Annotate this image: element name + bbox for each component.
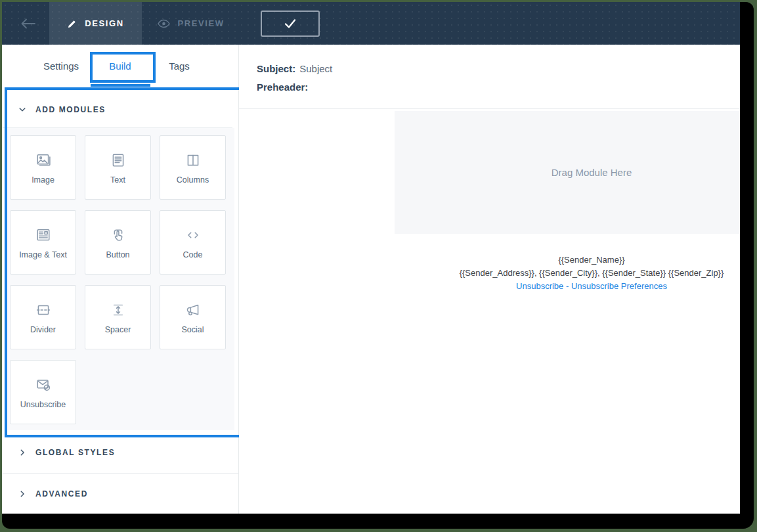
- unsubscribe-icon: [33, 376, 53, 394]
- unsubscribe-link[interactable]: Unsubscribe: [516, 281, 563, 291]
- topbar: DESIGN PREVIEW: [2, 2, 740, 45]
- sidebar-tab-settings[interactable]: Settings: [43, 60, 79, 72]
- email-footer: {{Sender_Name}} {{Sender_Address}}, {{Se…: [395, 254, 740, 293]
- module-card-image[interactable]: Image: [10, 135, 76, 200]
- section-add-modules[interactable]: ADD MODULES: [2, 92, 232, 128]
- sidebar-tab-build[interactable]: Build: [109, 60, 131, 72]
- active-tab-underline: [91, 84, 150, 87]
- module-label: Text: [110, 175, 125, 185]
- module-card-columns[interactable]: Columns: [160, 135, 226, 200]
- image-text-icon: [33, 226, 53, 244]
- module-card-spacer[interactable]: Spacer: [85, 285, 151, 349]
- social-icon: [183, 301, 203, 319]
- module-card-unsubscribe[interactable]: Unsubscribe: [10, 360, 76, 424]
- module-label: Image: [32, 175, 54, 185]
- drag-module-placeholder: Drag Module Here: [552, 167, 632, 178]
- spacer-icon: [109, 301, 127, 319]
- module-card-social[interactable]: Social: [160, 285, 226, 349]
- drag-module-dropzone[interactable]: Drag Module Here: [395, 111, 740, 234]
- module-label: Unsubscribe: [20, 400, 66, 409]
- eye-icon: [158, 19, 170, 28]
- check-icon: [283, 18, 297, 30]
- sidebar: Settings Build Tags ADD MODULES Image: [2, 45, 239, 514]
- module-card-code[interactable]: Code: [160, 210, 226, 275]
- subject-value: Subject: [299, 63, 332, 74]
- tab-preview[interactable]: PREVIEW: [142, 2, 240, 45]
- module-card-image-text[interactable]: Image & Text: [10, 210, 76, 275]
- arrow-left-icon: [20, 17, 37, 30]
- module-label: Social: [181, 325, 204, 334]
- sender-name: {{Sender_Name}}: [395, 254, 740, 267]
- app-window: DESIGN PREVIEW Settings Build Tags ADD: [2, 2, 740, 514]
- text-icon: [109, 151, 127, 169]
- header-divider: [239, 108, 740, 109]
- email-editor-canvas: Subject:Subject Preheader: Drag Module H…: [239, 45, 740, 514]
- module-card-text[interactable]: Text: [85, 135, 151, 200]
- columns-icon: [184, 151, 202, 169]
- module-card-button[interactable]: Button: [85, 210, 151, 275]
- section-add-modules-label: ADD MODULES: [35, 105, 106, 114]
- subject-label: Subject:: [257, 63, 295, 74]
- chevron-right-icon: [18, 489, 27, 499]
- confirm-button[interactable]: [261, 11, 320, 37]
- tab-design[interactable]: DESIGN: [49, 2, 142, 45]
- section-global-styles-label: GLOBAL STYLES: [35, 448, 115, 457]
- unsubscribe-preferences-link[interactable]: Unsubscribe Preferences: [571, 281, 667, 291]
- module-label: Image & Text: [19, 250, 67, 259]
- chevron-right-icon: [18, 448, 27, 457]
- module-label: Spacer: [105, 325, 131, 334]
- footer-links: Unsubscribe - Unsubscribe Preferences: [395, 280, 740, 293]
- section-advanced[interactable]: ADVANCED: [2, 474, 238, 514]
- link-separator: -: [566, 281, 569, 291]
- module-label: Divider: [30, 325, 56, 334]
- section-global-styles[interactable]: GLOBAL STYLES: [2, 432, 238, 474]
- module-card-divider[interactable]: Divider: [10, 285, 76, 349]
- module-label: Code: [183, 250, 203, 259]
- button-icon: [109, 226, 127, 244]
- preheader-row: Preheader:: [257, 81, 312, 93]
- tab-design-label: DESIGN: [85, 18, 123, 28]
- module-label: Button: [106, 250, 129, 259]
- tab-preview-label: PREVIEW: [177, 18, 224, 28]
- sidebar-tab-tags[interactable]: Tags: [169, 60, 190, 72]
- subject-row: Subject:Subject: [257, 63, 332, 74]
- preheader-label: Preheader:: [257, 81, 308, 93]
- section-advanced-label: ADVANCED: [35, 489, 88, 499]
- pencil-icon: [67, 18, 77, 29]
- module-label: Columns: [177, 175, 209, 185]
- sender-address-line: {{Sender_Address}}, {{Sender_City}}, {{S…: [395, 267, 740, 280]
- image-icon: [33, 151, 53, 169]
- back-button[interactable]: [15, 2, 41, 45]
- divider-icon: [34, 301, 53, 319]
- code-icon: [183, 226, 203, 244]
- chevron-down-icon: [18, 105, 27, 114]
